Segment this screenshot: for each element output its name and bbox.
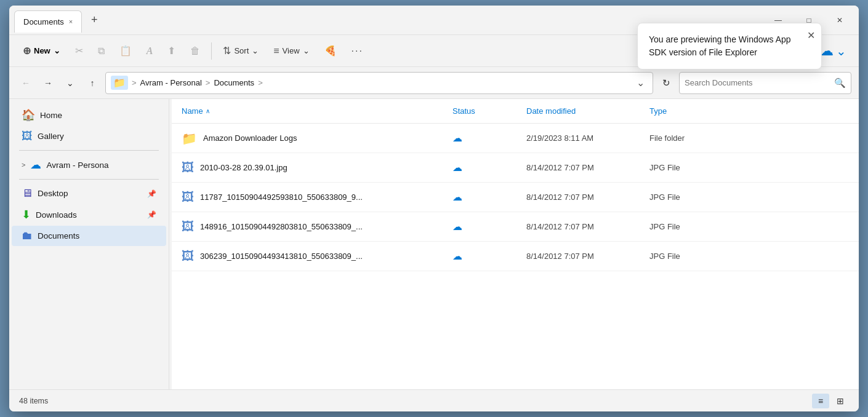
main-area: 🏠 Home 🖼 Gallery > ☁ Avram - Persona 🖥 D… — [9, 99, 859, 389]
cloud-status-icon: ☁ — [452, 132, 462, 144]
sidebar-avram-label: Avram - Persona — [46, 161, 108, 170]
cut-icon: ✂ — [75, 45, 83, 57]
paste-button[interactable]: 📋 — [113, 41, 138, 60]
forward-button[interactable]: → — [39, 74, 57, 92]
search-input[interactable] — [685, 78, 830, 87]
file-name: 148916_10150904492803810_550633809_... — [200, 222, 363, 231]
back-button[interactable]: ← — [17, 74, 35, 92]
refresh-button[interactable]: ↻ — [657, 74, 675, 92]
copy-button[interactable]: ⧉ — [92, 42, 111, 60]
breadcrumb-avram[interactable]: Avram - Personal — [140, 78, 202, 87]
column-name-label: Name — [182, 106, 203, 116]
new-label: New — [34, 46, 50, 55]
file-date: 2/19/2023 8:11 AM — [526, 133, 649, 143]
home-icon: 🏠 — [22, 108, 35, 122]
file-name-cell: 🖼 2010-03-28 20.39.01.jpg — [182, 161, 452, 175]
rename-button[interactable]: A — [140, 42, 159, 60]
new-dropdown-icon: ⌄ — [54, 46, 60, 55]
share-button[interactable]: ⬆ — [161, 41, 182, 60]
view-button[interactable]: ≡ View ⌄ — [267, 42, 315, 60]
new-icon: ⊕ — [23, 45, 31, 57]
sidebar-documents-label: Documents — [38, 231, 79, 240]
tiles-view-button[interactable]: ⊞ — [832, 394, 849, 408]
search-icon[interactable]: 🔍 — [834, 77, 846, 89]
list-view-button[interactable]: ≡ — [812, 394, 829, 408]
delete-button[interactable]: 🗑 — [184, 42, 206, 60]
sidebar-item-avram[interactable]: > ☁ Avram - Persona — [12, 154, 166, 175]
file-name: 306239_10150904493413810_550633809_... — [200, 252, 363, 261]
sort-direction-icon: ∧ — [206, 108, 210, 114]
file-status-cell: ☁ — [452, 162, 526, 173]
address-dropdown-button[interactable]: ⌄ — [633, 76, 648, 90]
active-tab[interactable]: Documents × — [14, 10, 82, 33]
pin-icon-desktop: 📌 — [147, 189, 156, 198]
tooltip-text: You are previewing the Windows App SDK v… — [649, 34, 791, 57]
pizza-button[interactable]: 🍕 — [318, 41, 343, 60]
breadcrumb-sep-3: > — [258, 78, 263, 87]
cloud-drive-icon: ☁ — [30, 158, 41, 172]
column-date[interactable]: Date modified — [526, 106, 649, 116]
view-toggle: ≡ ⊞ — [812, 394, 849, 408]
cloud-dropdown-icon: ⌄ — [836, 44, 846, 58]
file-status-cell: ☁ — [452, 250, 526, 262]
new-tab-button[interactable]: + — [84, 10, 104, 30]
sidebar-item-gallery[interactable]: 🖼 Gallery — [12, 126, 166, 146]
table-row[interactable]: 🖼 2010-03-28 20.39.01.jpg ☁ 8/14/2012 7:… — [172, 153, 859, 183]
image-icon: 🖼 — [182, 161, 194, 175]
tree-arrow-avram: > — [22, 161, 25, 169]
file-type: JPG File — [649, 193, 849, 202]
column-name[interactable]: Name ∧ — [182, 106, 452, 116]
sidebar-item-desktop[interactable]: 🖥 Desktop 📌 — [12, 183, 166, 204]
column-type[interactable]: Type — [649, 106, 849, 116]
tab-title: Documents — [23, 17, 64, 26]
cut-button[interactable]: ✂ — [69, 41, 89, 60]
file-name: 11787_10150904492593810_550633809_9... — [200, 193, 363, 202]
file-type: JPG File — [649, 252, 849, 261]
breadcrumb-sep-1: > — [132, 78, 137, 87]
new-button[interactable]: ⊕ New ⌄ — [17, 41, 66, 60]
file-explorer-window: Documents × + ✕ You are previewing the W… — [9, 6, 859, 411]
sort-button[interactable]: ⇅ Sort ⌄ — [217, 41, 265, 60]
pin-icon-downloads: 📌 — [147, 210, 156, 219]
table-row[interactable]: 🖼 148916_10150904492803810_550633809_...… — [172, 212, 859, 242]
column-status[interactable]: Status — [452, 106, 526, 116]
tooltip-popup: ✕ You are previewing the Windows App SDK… — [637, 23, 822, 70]
file-type: File folder — [649, 133, 849, 143]
up-button[interactable]: ↑ — [83, 74, 102, 92]
share-icon: ⬆ — [167, 45, 175, 57]
image-icon: 🖼 — [182, 249, 194, 263]
table-row[interactable]: 🖼 11787_10150904492593810_550633809_9...… — [172, 183, 859, 212]
close-button[interactable]: ✕ — [826, 10, 854, 30]
sidebar-desktop-label: Desktop — [38, 189, 68, 198]
pizza-icon: 🍕 — [324, 45, 337, 57]
table-row[interactable]: 📁 Amazon Downloader Logs ☁ 2/19/2023 8:1… — [172, 124, 859, 153]
sidebar-item-downloads[interactable]: ⬇ Downloads 📌 — [12, 204, 166, 225]
image-icon: 🖼 — [182, 220, 194, 234]
sidebar-item-home[interactable]: 🏠 Home — [12, 105, 166, 125]
tab-close-button[interactable]: × — [69, 18, 73, 25]
title-bar: Documents × + ✕ You are previewing the W… — [9, 6, 859, 35]
file-date: 8/14/2012 7:07 PM — [526, 222, 649, 231]
file-date: 8/14/2012 7:07 PM — [526, 193, 649, 202]
desktop-icon: 🖥 — [22, 187, 33, 200]
file-area: Name ∧ Status Date modified Type 📁 — [172, 99, 859, 389]
item-count: 48 items — [19, 397, 48, 405]
file-name-cell: 🖼 306239_10150904493413810_550633809_... — [182, 249, 452, 263]
cloud-status-icon: ☁ — [452, 250, 462, 262]
address-bar[interactable]: 📁 > Avram - Personal > Documents > ⌄ — [105, 72, 653, 94]
breadcrumb-documents[interactable]: Documents — [214, 78, 254, 87]
sidebar-home-label: Home — [40, 111, 62, 120]
address-bar-row: ← → ⌄ ↑ 📁 > Avram - Personal > Documents… — [9, 67, 859, 99]
breadcrumb-sep-2: > — [206, 78, 211, 87]
tooltip-close-button[interactable]: ✕ — [807, 28, 815, 43]
more-button[interactable]: ··· — [345, 42, 369, 60]
documents-icon: 🖿 — [22, 229, 33, 242]
sort-icon: ⇅ — [223, 45, 231, 57]
view-dropdown-icon: ⌄ — [303, 46, 310, 55]
gallery-icon: 🖼 — [22, 130, 33, 143]
file-list: 📁 Amazon Downloader Logs ☁ 2/19/2023 8:1… — [172, 124, 859, 389]
sidebar-item-documents[interactable]: 🖿 Documents — [12, 226, 166, 246]
rename-icon: A — [147, 46, 153, 57]
history-dropdown-button[interactable]: ⌄ — [61, 74, 79, 92]
table-row[interactable]: 🖼 306239_10150904493413810_550633809_...… — [172, 242, 859, 271]
